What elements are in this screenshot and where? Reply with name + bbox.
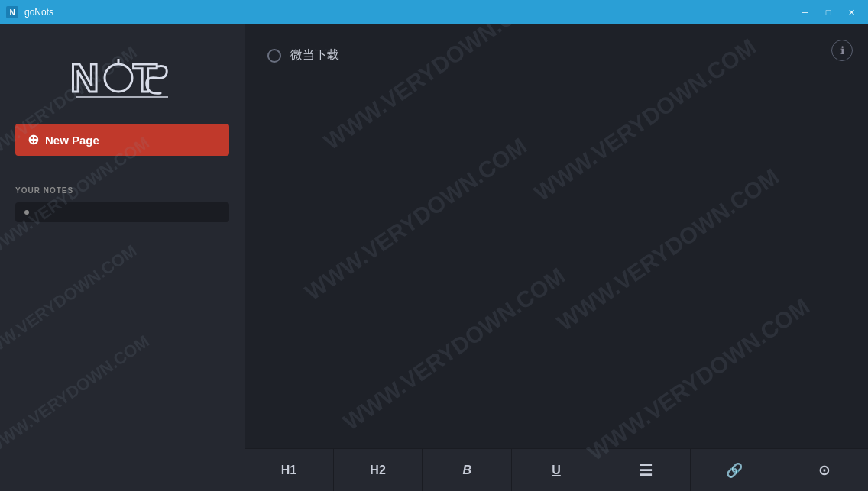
todo-checkbox[interactable] <box>267 49 281 63</box>
main-container: N T ⊕ New Page YOUR NOTES <box>0 24 868 491</box>
h1-button[interactable]: H1 <box>245 449 334 491</box>
minimize-button[interactable]: ─ <box>795 5 816 20</box>
new-page-label: New Page <box>45 134 99 147</box>
check-button[interactable]: ⊙ <box>779 449 868 491</box>
maximize-button[interactable]: □ <box>818 5 839 20</box>
h2-button[interactable]: H2 <box>334 449 423 491</box>
your-notes-section: YOUR NOTES <box>15 186 229 222</box>
check-icon: ⊙ <box>818 462 830 479</box>
app-title: goNots <box>24 7 53 18</box>
bold-button[interactable]: B <box>423 449 512 491</box>
underline-button[interactable]: U <box>512 449 601 491</box>
new-page-button[interactable]: ⊕ New Page <box>15 124 229 156</box>
close-button[interactable]: ✕ <box>840 5 862 20</box>
table-row: 微当下载 <box>267 47 845 63</box>
todo-text: 微当下载 <box>290 47 339 63</box>
app-logo: N T <box>69 55 176 101</box>
titlebar: N goNots ─ □ ✕ <box>0 0 868 24</box>
logo-area: N T <box>15 40 229 124</box>
svg-point-11 <box>105 64 132 92</box>
list-icon: ☰ <box>639 461 653 480</box>
your-notes-label: YOUR NOTES <box>15 186 229 195</box>
link-button[interactable]: 🔗 <box>691 449 780 491</box>
content-main: ℹ 微当下载 <box>245 24 868 448</box>
info-button[interactable]: ℹ <box>831 40 853 61</box>
toolbar: H1 H2 B U ☰ 🔗 ⊙ <box>245 448 868 491</box>
app-icon: N <box>6 6 18 18</box>
svg-text:N: N <box>70 56 98 100</box>
titlebar-left: N goNots <box>6 6 53 18</box>
todo-list: 微当下载 <box>267 47 845 63</box>
window-controls: ─ □ ✕ <box>795 5 862 20</box>
note-dot <box>24 210 29 215</box>
info-icon: ℹ <box>840 44 844 57</box>
sidebar: N T ⊕ New Page YOUR NOTES <box>0 24 245 491</box>
link-icon: 🔗 <box>726 462 743 479</box>
plus-icon: ⊕ <box>28 131 39 148</box>
content-area: ℹ 微当下载 H1 H2 B U <box>245 24 868 491</box>
list-item[interactable] <box>15 202 229 222</box>
list-button[interactable]: ☰ <box>601 449 691 491</box>
